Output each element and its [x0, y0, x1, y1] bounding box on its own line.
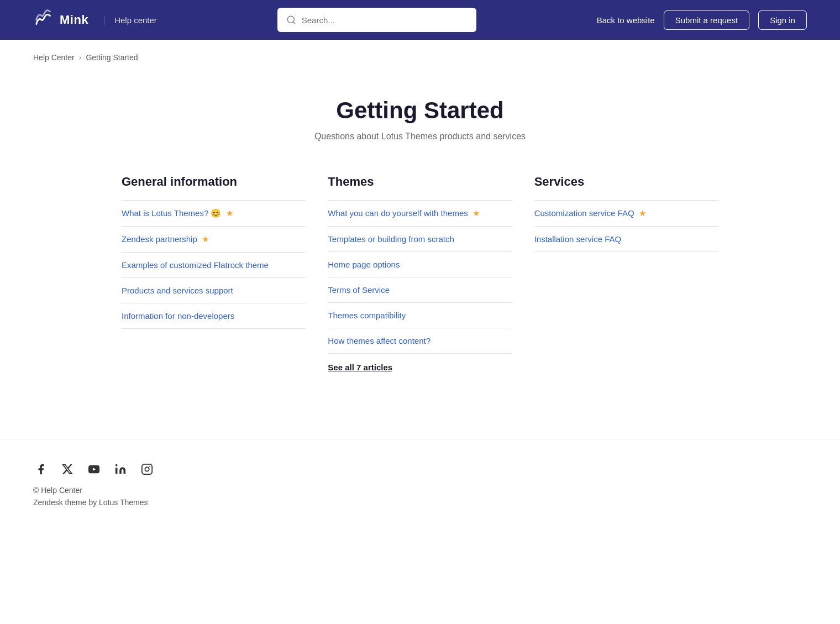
- svg-line-1: [293, 22, 295, 23]
- hero-subtitle: Questions about Lotus Themes products an…: [33, 132, 807, 141]
- link-customization-faq[interactable]: Customization service FAQ ★: [534, 200, 718, 227]
- services-column: Services Customization service FAQ ★ Ins…: [534, 175, 718, 373]
- star-icon: ★: [473, 208, 480, 218]
- search-container: [157, 8, 597, 32]
- main-content: General information What is Lotus Themes…: [88, 175, 752, 373]
- footer-copyright: © Help Center: [33, 486, 807, 495]
- link-terms-of-service[interactable]: Terms of Service: [328, 277, 512, 303]
- site-footer: © Help Center Zendesk theme by Lotus The…: [0, 439, 840, 529]
- linkedin-icon[interactable]: [113, 462, 128, 477]
- general-info-title: General information: [122, 175, 306, 189]
- youtube-icon[interactable]: [86, 462, 102, 477]
- site-header: Mink Help center Back to website Submit …: [0, 0, 840, 40]
- star-icon: ★: [639, 208, 646, 218]
- help-center-label: Help center: [104, 15, 157, 25]
- link-templates-building[interactable]: Templates or building from scratch: [328, 227, 512, 252]
- star-icon: ★: [226, 208, 233, 218]
- search-icon: [286, 15, 296, 25]
- sign-in-button[interactable]: Sign in: [758, 11, 807, 30]
- breadcrumb-current: Getting Started: [86, 53, 138, 62]
- breadcrumb: Help Center › Getting Started: [0, 40, 840, 75]
- social-icons: [33, 462, 807, 477]
- link-themes-compatibility[interactable]: Themes compatibility: [328, 303, 512, 328]
- instagram-icon[interactable]: [139, 462, 155, 477]
- search-box[interactable]: [277, 8, 476, 32]
- link-info-non-developers[interactable]: Information for non-developers: [122, 303, 306, 329]
- star-icon: ★: [202, 234, 209, 244]
- svg-point-4: [116, 464, 118, 466]
- footer-theme-credit: Zendesk theme by Lotus Themes: [33, 498, 807, 507]
- see-all-articles-link[interactable]: See all 7 articles: [328, 363, 392, 372]
- link-what-is-lotus[interactable]: What is Lotus Themes? 😊 ★: [122, 200, 306, 227]
- link-how-themes-affect[interactable]: How themes affect content?: [328, 328, 512, 354]
- link-home-page-options[interactable]: Home page options: [328, 252, 512, 277]
- logo-area: Mink Help center: [33, 9, 157, 30]
- svg-rect-3: [116, 468, 118, 474]
- logo-text: Mink: [60, 13, 88, 27]
- hero-section: Getting Started Questions about Lotus Th…: [0, 75, 840, 175]
- link-products-services-support[interactable]: Products and services support: [122, 278, 306, 303]
- svg-rect-5: [142, 464, 152, 474]
- facebook-icon[interactable]: [33, 462, 49, 477]
- link-zendesk-partnership[interactable]: Zendesk partnership ★: [122, 227, 306, 253]
- themes-title: Themes: [328, 175, 512, 189]
- link-installation-faq[interactable]: Installation service FAQ: [534, 227, 718, 252]
- link-what-you-can-do[interactable]: What you can do yourself with themes ★: [328, 200, 512, 227]
- breadcrumb-separator: ›: [79, 53, 82, 62]
- general-info-column: General information What is Lotus Themes…: [122, 175, 328, 373]
- submit-request-button[interactable]: Submit a request: [664, 11, 749, 30]
- breadcrumb-home[interactable]: Help Center: [33, 53, 75, 62]
- themes-column: Themes What you can do yourself with the…: [328, 175, 534, 373]
- back-to-website-link[interactable]: Back to website: [597, 15, 655, 25]
- twitter-x-icon[interactable]: [60, 462, 75, 477]
- search-input[interactable]: [302, 15, 468, 25]
- link-examples-flatrock[interactable]: Examples of customized Flatrock theme: [122, 253, 306, 278]
- header-nav: Back to website Submit a request Sign in: [597, 11, 807, 30]
- page-title: Getting Started: [33, 97, 807, 124]
- logo-icon: [33, 9, 54, 30]
- services-title: Services: [534, 175, 718, 189]
